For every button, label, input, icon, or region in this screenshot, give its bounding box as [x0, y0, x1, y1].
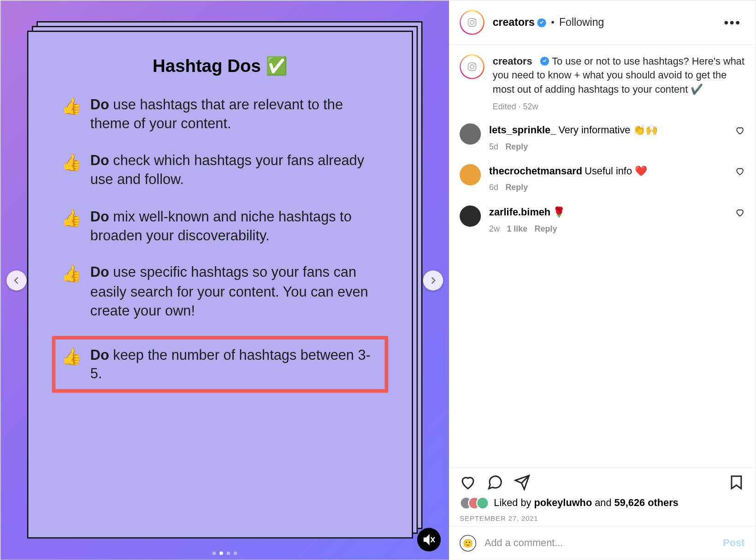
verified-badge-icon — [540, 56, 549, 66]
comment-age: 5d — [489, 142, 498, 151]
comment-text: Useful info ❤️ — [585, 166, 647, 177]
caption: creators To use or not to use hashtags? … — [449, 45, 755, 117]
like-comment-button[interactable] — [735, 167, 744, 179]
author-username[interactable]: creators — [493, 16, 535, 29]
tip-item: 👍Do check which hashtags your fans alrea… — [58, 149, 382, 191]
more-options-button[interactable]: ••• — [721, 12, 745, 33]
reply-button[interactable]: Reply — [535, 224, 557, 233]
commenter-avatar[interactable] — [460, 164, 481, 185]
card-title: Hashtag Dos ✅ — [58, 55, 382, 76]
comment-text: Very informative 👏🙌 — [558, 125, 658, 136]
thumbs-up-icon: 👍 — [61, 207, 82, 245]
follow-state[interactable]: Following — [559, 16, 604, 29]
thumbs-up-icon: 👍 — [61, 151, 82, 189]
separator: • — [551, 17, 555, 28]
comment-age: 6d — [489, 183, 498, 192]
carousel-prev-button[interactable] — [6, 270, 27, 291]
svg-point-5 — [474, 64, 475, 65]
thumbs-up-icon: 👍 — [61, 345, 82, 383]
carousel-next-button[interactable] — [423, 270, 443, 291]
commenter-username[interactable]: thecrochetmansard — [489, 166, 582, 177]
share-icon[interactable] — [514, 474, 531, 491]
like-comment-button[interactable] — [735, 126, 744, 138]
post-date: September 27, 2021 — [460, 514, 744, 523]
comment-icon[interactable] — [487, 474, 503, 491]
tip-item: 👍Do mix well-known and niche hashtags to… — [58, 205, 382, 248]
comment: lets_sprinkle_Very informative 👏🙌5dReply — [449, 118, 755, 159]
commenter-avatar[interactable] — [460, 124, 481, 145]
tip-item: 👍Do use hashtags that are relevant to th… — [58, 93, 382, 136]
author-avatar[interactable] — [460, 54, 484, 79]
post-header: creators • Following ••• — [449, 0, 755, 45]
emoji-button[interactable]: 🙂 — [460, 535, 476, 552]
like-icon[interactable] — [460, 474, 476, 491]
likes-summary[interactable]: Liked by pokeyluwho and 59,626 others — [460, 496, 744, 509]
carousel-dots — [213, 552, 237, 555]
like-comment-button[interactable] — [735, 208, 744, 220]
tips-list: 👍Do use hashtags that are relevant to th… — [58, 93, 382, 393]
commenter-username[interactable]: zarlife.bimeh — [489, 207, 550, 218]
comment-input[interactable] — [484, 537, 715, 549]
svg-point-1 — [470, 20, 474, 24]
edited-label: Edited — [493, 102, 516, 111]
reply-button[interactable]: Reply — [505, 142, 528, 151]
verified-badge-icon — [537, 18, 546, 27]
comment-text: 🌹 — [553, 207, 565, 218]
caption-age: 52w — [523, 102, 538, 111]
mute-button[interactable] — [417, 528, 441, 551]
post-media: Hashtag Dos ✅ 👍Do use hashtags that are … — [0, 0, 449, 560]
caption-username[interactable]: creators — [493, 55, 532, 66]
thumbs-up-icon: 👍 — [61, 263, 82, 320]
comment: zarlife.bimeh🌹2w1 likeReply — [449, 199, 755, 240]
card-stack: Hashtag Dos ✅ 👍Do use hashtags that are … — [27, 21, 423, 539]
comment-age: 2w — [489, 224, 500, 233]
reply-button[interactable]: Reply — [505, 183, 528, 192]
post-comment-button[interactable]: Post — [723, 537, 744, 549]
svg-point-2 — [474, 19, 475, 20]
tip-item: 👍Do keep the number of hashtags between … — [52, 336, 389, 393]
svg-point-4 — [470, 65, 474, 69]
tip-item: 👍Do use specific hashtags so your fans c… — [58, 261, 382, 323]
liker-name[interactable]: pokeyluwho — [534, 497, 592, 508]
comment-likes[interactable]: 1 like — [507, 224, 527, 233]
liker-avatars — [460, 496, 489, 509]
author-avatar[interactable] — [460, 10, 484, 35]
comment: thecrochetmansardUseful info ❤️6dReply — [449, 159, 755, 200]
thumbs-up-icon: 👍 — [61, 95, 82, 133]
commenter-username[interactable]: lets_sprinkle_ — [489, 125, 556, 136]
commenter-avatar[interactable] — [460, 205, 481, 226]
save-icon[interactable] — [728, 474, 745, 491]
others-count[interactable]: 59,626 others — [614, 497, 679, 508]
